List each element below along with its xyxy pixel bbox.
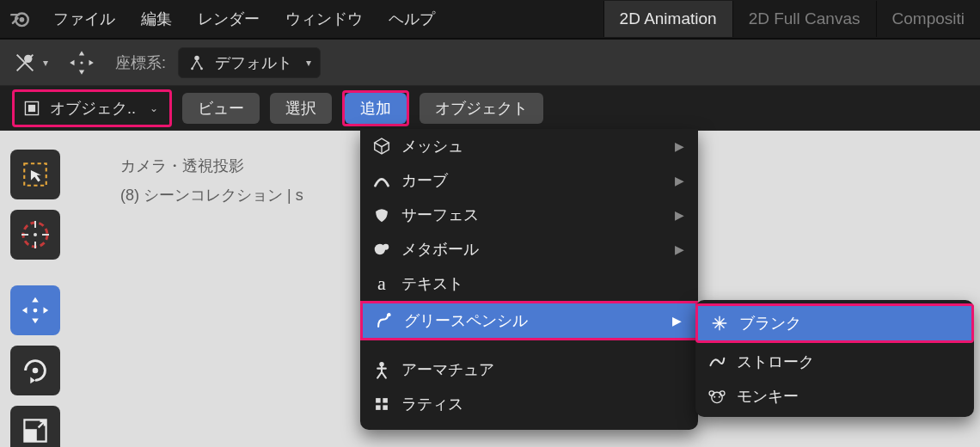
mode-select[interactable]: オブジェク.. ⌄ bbox=[15, 93, 168, 124]
svg-point-13 bbox=[33, 368, 39, 374]
menu-item-label: メタボール bbox=[401, 239, 479, 260]
overlay-collection-line: (8) シーンコレクション | s bbox=[120, 181, 303, 210]
tab-compositing[interactable]: Compositi bbox=[876, 1, 980, 37]
viewport-overlay-info: カメラ・透視投影 (8) シーンコレクション | s bbox=[120, 151, 303, 210]
menu-edit[interactable]: 編集 bbox=[132, 3, 181, 34]
add-armature[interactable]: アーマチュア bbox=[360, 352, 698, 387]
tool-rotate[interactable] bbox=[10, 346, 60, 395]
svg-point-27 bbox=[714, 396, 715, 398]
blender-logo-icon bbox=[2, 8, 38, 30]
menu-item-label: ブランク bbox=[739, 313, 801, 334]
stroke-icon bbox=[707, 352, 726, 371]
menu-item-label: モンキー bbox=[737, 386, 799, 407]
object-mode-icon bbox=[22, 99, 41, 118]
menu-window[interactable]: ウィンドウ bbox=[277, 3, 371, 34]
mode-select-value: オブジェク.. bbox=[50, 98, 136, 119]
orientation-icon bbox=[187, 53, 206, 72]
chevron-down-icon: ▾ bbox=[306, 57, 311, 69]
svg-point-1 bbox=[20, 17, 25, 22]
menu-help[interactable]: ヘルプ bbox=[380, 3, 444, 34]
view-menu[interactable]: ビュー bbox=[182, 93, 260, 124]
submenu-arrow-icon: ▶ bbox=[675, 139, 684, 153]
monkey-icon bbox=[707, 387, 726, 406]
svg-point-12 bbox=[34, 309, 38, 313]
mesh-icon bbox=[372, 137, 391, 156]
curve-icon bbox=[372, 171, 391, 190]
grease-pencil-submenu: ブランク ストローク モンキー bbox=[695, 300, 974, 417]
chevron-down-icon: ⌄ bbox=[150, 102, 158, 114]
svg-point-2 bbox=[24, 54, 32, 62]
svg-point-6 bbox=[200, 67, 203, 70]
gp-stroke[interactable]: ストローク bbox=[695, 345, 974, 379]
chevron-down-icon: ▾ bbox=[43, 57, 48, 69]
move-arrows-button[interactable] bbox=[60, 47, 103, 78]
submenu-arrow-icon: ▶ bbox=[675, 242, 684, 256]
add-mesh[interactable]: メッシュ ▶ bbox=[360, 129, 698, 163]
svg-rect-8 bbox=[28, 104, 35, 111]
overlay-camera-line: カメラ・透視投影 bbox=[120, 151, 303, 181]
menu-render[interactable]: レンダー bbox=[189, 3, 268, 34]
add-surface[interactable]: サーフェス ▶ bbox=[360, 198, 698, 232]
add-metaball[interactable]: メタボール ▶ bbox=[360, 232, 698, 266]
svg-rect-23 bbox=[383, 405, 388, 410]
surface-icon bbox=[372, 205, 391, 224]
add-grease-pencil[interactable]: グリースペンシル ▶ bbox=[363, 303, 695, 338]
tool-move[interactable] bbox=[10, 285, 60, 335]
gp-monkey[interactable]: モンキー bbox=[695, 379, 974, 413]
menu-item-label: グリースペンシル bbox=[404, 310, 528, 331]
lattice-icon bbox=[372, 395, 391, 413]
add-menu[interactable]: 追加 bbox=[345, 93, 407, 124]
orientation-value: デフォルト bbox=[215, 52, 292, 73]
svg-point-11 bbox=[34, 233, 37, 236]
svg-point-4 bbox=[194, 55, 199, 60]
blank-icon bbox=[710, 314, 729, 333]
orientation-select[interactable]: デフォルト ▾ bbox=[178, 47, 321, 78]
armature-icon bbox=[372, 360, 391, 379]
submenu-arrow-icon: ▶ bbox=[675, 174, 684, 187]
svg-point-24 bbox=[712, 392, 722, 402]
menu-item-label: テキスト bbox=[401, 273, 463, 294]
menu-item-label: ストローク bbox=[737, 352, 814, 372]
snap-menu-button[interactable]: ▾ bbox=[12, 47, 48, 78]
orientation-label: 座標系: bbox=[115, 52, 166, 73]
tool-scale[interactable] bbox=[10, 406, 60, 447]
metaball-icon bbox=[372, 240, 391, 259]
tab-2d-full-canvas[interactable]: 2D Full Canvas bbox=[732, 1, 876, 37]
select-menu[interactable]: 選択 bbox=[270, 93, 332, 124]
svg-point-5 bbox=[191, 67, 193, 70]
menu-item-label: メッシュ bbox=[401, 136, 463, 156]
svg-rect-20 bbox=[376, 398, 381, 403]
menu-file[interactable]: ファイル bbox=[45, 3, 124, 34]
object-menu[interactable]: オブジェクト bbox=[420, 93, 543, 124]
svg-rect-21 bbox=[383, 398, 388, 403]
svg-rect-15 bbox=[24, 429, 36, 441]
tool-select-box[interactable] bbox=[10, 150, 60, 199]
submenu-arrow-icon: ▶ bbox=[672, 314, 682, 328]
svg-point-18 bbox=[387, 313, 390, 316]
add-menu-popup: メッシュ ▶ カーブ ▶ サーフェス ▶ メタボール ▶ a テキスト bbox=[360, 129, 698, 430]
menu-item-label: カーブ bbox=[401, 170, 448, 191]
add-curve[interactable]: カーブ ▶ bbox=[360, 163, 698, 198]
menu-item-label: アーマチュア bbox=[401, 359, 494, 380]
svg-rect-22 bbox=[376, 405, 381, 410]
svg-point-17 bbox=[383, 244, 389, 250]
add-text[interactable]: a テキスト bbox=[360, 266, 698, 301]
gp-blank[interactable]: ブランク bbox=[698, 306, 971, 340]
grease-pencil-icon bbox=[375, 311, 394, 330]
menu-item-label: サーフェス bbox=[401, 205, 479, 225]
submenu-arrow-icon: ▶ bbox=[675, 208, 684, 222]
tool-cursor[interactable] bbox=[10, 210, 60, 260]
add-lattice[interactable]: ラティス bbox=[360, 387, 698, 421]
tab-2d-animation[interactable]: 2D Animation bbox=[603, 1, 732, 37]
menu-item-label: ラティス bbox=[401, 394, 463, 414]
svg-point-3 bbox=[80, 61, 83, 64]
svg-point-28 bbox=[719, 396, 720, 398]
text-icon: a bbox=[372, 272, 391, 295]
